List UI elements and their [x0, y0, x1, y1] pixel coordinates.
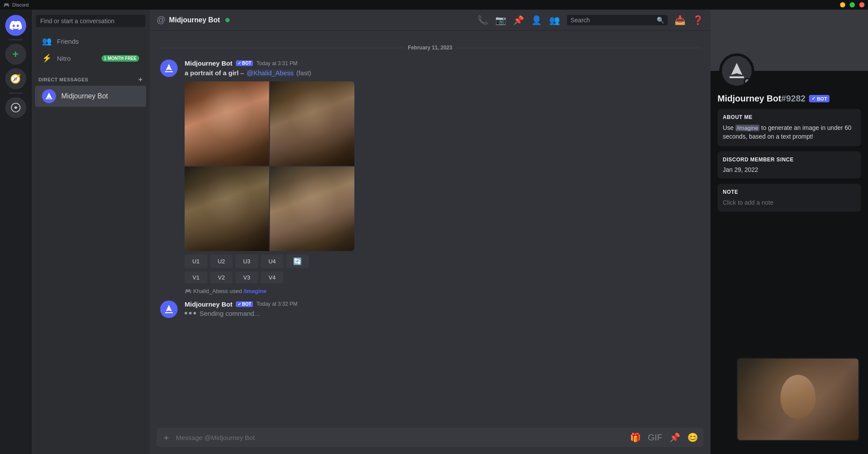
close-button[interactable]	[859, 2, 864, 7]
explore-button[interactable]: 🧭	[5, 68, 26, 89]
profile-status-indicator	[744, 78, 751, 85]
window-controls	[840, 2, 864, 7]
message-group-1: Midjourney Bot ✓ BOT Today at 3:31 PM a …	[150, 58, 710, 285]
gift-icon[interactable]: 🎁	[628, 429, 643, 446]
profile-bot-badge: ✓ BOT	[809, 95, 830, 102]
u1-button[interactable]: U1	[185, 255, 207, 268]
message-timestamp-1: Today at 3:31 PM	[256, 60, 297, 66]
bot-checkmark-3: ✓	[238, 302, 241, 307]
emoji-icon[interactable]: 😊	[686, 429, 700, 446]
v3-button[interactable]: V3	[235, 272, 258, 283]
message-author-1: Midjourney Bot	[185, 59, 232, 67]
sticker-icon[interactable]: 📌	[668, 429, 682, 446]
message-group-3: Midjourney Bot ✓ BOT Today at 3:32 PM Se…	[150, 299, 710, 320]
profile-info: Midjourney Bot#9282 ✓ BOT ABOUT ME Use /…	[710, 71, 868, 224]
dm-add-button[interactable]: +	[138, 76, 143, 84]
inbox-button[interactable]: 📥	[675, 15, 686, 25]
channel-type-icon: @	[157, 15, 165, 25]
u4-button[interactable]: U4	[261, 255, 284, 268]
video-call-button[interactable]: 📷	[495, 15, 506, 25]
video-content	[738, 359, 858, 440]
maximize-button[interactable]	[850, 2, 855, 7]
channel-status-indicator	[225, 18, 230, 22]
chat-messages: February 11, 2023 Midjourney Bot	[150, 31, 710, 424]
video-face	[780, 375, 816, 419]
dm-avatar-midjourney	[42, 89, 56, 103]
message-text-1: a portrait of a girl – @Khalid_Abess (fa…	[185, 69, 700, 78]
profile-bot-checkmark: ✓	[812, 96, 816, 101]
bot-badge-1: ✓ BOT	[236, 60, 253, 66]
refresh-button[interactable]: 🔄	[286, 255, 309, 268]
member-since-date: Jan 29, 2022	[723, 166, 856, 173]
loading-dot-1	[185, 312, 187, 314]
used-command-text: used	[230, 288, 244, 294]
friends-icon: 👥	[42, 36, 52, 46]
chat-input-area: ＋ 🎁 GIF 📌 😊	[150, 424, 710, 454]
bot-checkmark: ✓	[238, 61, 241, 66]
nitro-nav-item[interactable]: ⚡ Nitro 1 MONTH FREE	[35, 50, 146, 66]
generated-image-grid[interactable]	[185, 81, 354, 251]
help-button[interactable]: ❓	[693, 15, 704, 25]
bot-badge-3: ✓ BOT	[236, 301, 253, 307]
bot-avatar-sailboat-icon	[164, 63, 174, 73]
message-bold-text: a portrait of a girl	[185, 69, 238, 77]
message-content-3: Midjourney Bot ✓ BOT Today at 3:32 PM Se…	[185, 300, 700, 318]
u3-button[interactable]: U3	[235, 255, 258, 268]
search-placeholder-text: Search	[570, 17, 654, 24]
used-command-note: 🎮 Khalid_Abess used /imagine	[150, 287, 710, 295]
dm-search-bar[interactable]	[32, 10, 150, 31]
slash-command-link[interactable]: /imagine	[244, 288, 267, 294]
profile-avatar-large	[719, 53, 754, 88]
ai-icon-button[interactable]	[5, 97, 26, 118]
minimize-button[interactable]	[840, 2, 845, 7]
dm-nav-items: 👥 Friends ⚡ Nitro 1 MONTH FREE	[32, 31, 150, 69]
dm-item-midjourney[interactable]: Midjourney Bot	[35, 86, 146, 107]
friends-label: Friends	[57, 38, 79, 45]
channel-header: @ Midjourney Bot 📞 📷 📌 👤 👥 Search 🔍 📥 ❓	[150, 10, 710, 31]
note-input[interactable]	[723, 199, 856, 206]
u2-button[interactable]: U2	[210, 255, 233, 268]
date-divider-line-left	[160, 48, 404, 48]
image-cell-1	[185, 81, 269, 166]
dm-item-name: Midjourney Bot	[61, 92, 108, 100]
about-me-text: Use /imagine to generate an image in und…	[723, 124, 856, 141]
date-divider-text: February 11, 2023	[408, 45, 452, 51]
profile-banner	[710, 10, 868, 71]
add-friend-button[interactable]: 👤	[531, 15, 542, 25]
video-overlay	[737, 358, 859, 441]
gif-icon[interactable]: GIF	[646, 429, 664, 446]
attach-file-button[interactable]: ＋	[160, 428, 172, 447]
about-highlight: /imagine	[735, 125, 760, 131]
date-divider-line-right	[456, 48, 700, 48]
loading-dot-2	[189, 312, 192, 314]
used-command-icon: 🎮	[185, 288, 193, 294]
note-section: NOTE	[718, 184, 861, 212]
message-header-3: Midjourney Bot ✓ BOT Today at 3:32 PM	[185, 300, 700, 308]
header-search[interactable]: Search 🔍	[567, 15, 668, 25]
message-fast-tag: (fast)	[296, 69, 311, 77]
message-author-3: Midjourney Bot	[185, 300, 232, 308]
used-command-author: Khalid_Abess	[193, 288, 228, 294]
rail-divider-2	[9, 93, 23, 94]
friends-nav-item[interactable]: 👥 Friends	[35, 33, 146, 49]
chat-input-field[interactable]	[176, 430, 625, 446]
v4-button[interactable]: V4	[261, 272, 284, 283]
pin-button[interactable]: 📌	[513, 15, 524, 25]
server-rail: + 🧭	[0, 10, 32, 454]
app-icon: 🎮	[4, 2, 10, 8]
image-cell-3	[185, 167, 269, 251]
call-button[interactable]: 📞	[477, 15, 488, 25]
discord-home-button[interactable]	[5, 15, 26, 36]
v2-button[interactable]: V2	[210, 272, 233, 283]
image-cell-4	[270, 167, 354, 251]
nitro-label: Nitro	[57, 55, 71, 62]
add-server-button[interactable]: +	[5, 44, 26, 65]
member-list-button[interactable]: 👥	[549, 15, 560, 25]
date-divider: February 11, 2023	[150, 38, 710, 58]
dm-search-input[interactable]	[36, 15, 145, 27]
search-icon: 🔍	[657, 17, 664, 24]
rail-divider-1	[9, 39, 23, 40]
nitro-badge: 1 MONTH FREE	[102, 55, 139, 62]
note-title: NOTE	[723, 189, 856, 195]
v1-button[interactable]: V1	[185, 272, 207, 283]
